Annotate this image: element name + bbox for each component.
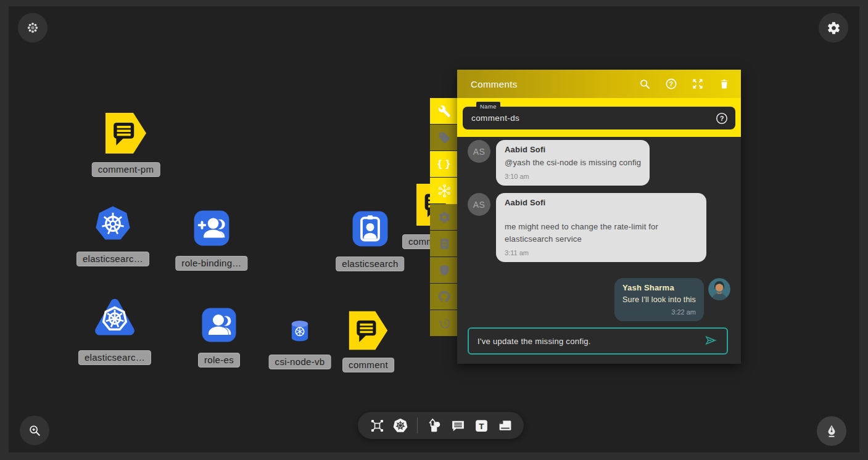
svg-text:T: T <box>479 421 484 430</box>
app-window: comment-pm elasticsearc… <box>0 0 868 460</box>
node-elasticsearch-pod[interactable] <box>93 296 137 343</box>
node-label: elasticsearc… <box>76 252 149 266</box>
gear-icon <box>827 21 841 35</box>
kubernetes-triangle-icon <box>93 296 137 340</box>
message-text: @yash the csi-node is missing config <box>505 157 641 169</box>
avatar: AS <box>468 140 490 163</box>
wrench-icon <box>438 105 451 118</box>
chat-thread: AS Aabid Sofi @yash the csi-node is miss… <box>457 137 741 324</box>
send-icon <box>703 334 719 347</box>
delete-button[interactable] <box>717 77 731 91</box>
node-comment-pm[interactable] <box>104 111 148 158</box>
role-binding-icon <box>192 209 231 247</box>
kubernetes-tool-button[interactable] <box>390 414 411 437</box>
panel-title: Comments <box>471 79 638 89</box>
service-account-icon <box>351 210 389 248</box>
send-button[interactable] <box>702 334 719 348</box>
node-label: role-binding… <box>175 256 247 271</box>
mesh-button[interactable] <box>430 178 458 203</box>
kubernetes-icon <box>392 417 408 433</box>
chat-message: AS Aabid Sofi @yash the csi-node is miss… <box>468 140 732 186</box>
comment-flag-icon <box>347 310 389 351</box>
comments-panel: Comments ? <box>457 70 741 364</box>
node-label: csi-node-vb <box>269 355 331 369</box>
storage-cylinder-icon <box>289 319 311 343</box>
comment-icon <box>450 418 466 433</box>
comment-tool-button[interactable] <box>447 414 468 437</box>
node-elasticsearch-sa[interactable] <box>351 210 389 250</box>
doc-search-button[interactable] <box>430 231 458 257</box>
message-time: 3:22 am <box>622 308 696 316</box>
mesh-icon <box>437 184 452 198</box>
shapes-tool-button[interactable] <box>424 414 445 437</box>
settings-button-global[interactable] <box>819 13 848 43</box>
pen-tool-button[interactable] <box>817 416 846 446</box>
configure-button[interactable] <box>430 98 458 124</box>
svg-text:?: ? <box>720 114 724 121</box>
zoom-in-icon <box>28 424 41 437</box>
chat-message-own: Yash Sharma Sure I'll look into this 3:2… <box>468 278 730 321</box>
message-author: Aabid Sofi <box>505 145 641 154</box>
image-icon <box>497 418 513 433</box>
message-bubble: Yash Sharma Sure I'll look into this 3:2… <box>614 278 704 321</box>
help-icon: ? <box>665 78 677 90</box>
message-author: Aabid Sofi <box>505 198 698 207</box>
avatar: AS <box>468 193 490 216</box>
toolbar-divider <box>417 417 418 433</box>
doc-search-icon <box>438 237 451 250</box>
text-tool-button[interactable]: T <box>471 414 492 437</box>
app-logo-button[interactable] <box>18 13 48 43</box>
diagram-tool-button[interactable] <box>366 414 387 437</box>
search-button[interactable] <box>638 77 651 91</box>
node-role-es[interactable] <box>200 306 238 346</box>
kubernetes-heptagon-icon <box>94 205 132 243</box>
labels-button[interactable] <box>430 125 458 150</box>
image-tool-button[interactable] <box>494 414 515 437</box>
svg-text:?: ? <box>669 81 673 88</box>
settings-button[interactable] <box>430 204 458 230</box>
flower-icon <box>27 22 39 34</box>
name-help-button[interactable]: ? <box>715 112 729 125</box>
security-button[interactable] <box>430 257 458 283</box>
gear-icon <box>438 211 451 224</box>
help-icon: ? <box>715 112 729 125</box>
role-icon <box>200 306 238 343</box>
history-button[interactable] <box>430 310 458 336</box>
panel-header-actions: ? <box>638 77 731 91</box>
name-field-label: Name <box>476 102 500 111</box>
expand-button[interactable] <box>691 77 705 91</box>
node-role-binding[interactable] <box>192 209 231 250</box>
shield-icon <box>438 264 451 277</box>
json-button[interactable]: { } <box>430 151 458 177</box>
node-elasticsearch-k8s[interactable] <box>94 205 132 245</box>
node-csi-node-vb[interactable] <box>289 319 311 345</box>
trash-icon <box>719 78 730 90</box>
message-time: 3:11 am <box>505 249 698 257</box>
history-icon <box>438 317 451 330</box>
node-comment[interactable] <box>347 310 389 354</box>
braces-icon: { } <box>438 158 451 170</box>
comment-input[interactable] <box>477 337 697 346</box>
comments-panel-header[interactable]: Comments ? <box>457 70 741 98</box>
node-label: elasticsearch <box>336 257 404 271</box>
github-button[interactable] <box>430 284 458 310</box>
message-text: me might need to change the rate-limit f… <box>505 221 698 245</box>
node-label: comment-pm <box>92 162 160 177</box>
zoom-button[interactable] <box>20 416 49 445</box>
search-icon <box>639 78 651 90</box>
name-input[interactable] <box>463 113 715 123</box>
yash-avatar <box>708 278 730 300</box>
node-label: elasticsearc… <box>78 350 151 365</box>
name-field-wrap: Name ? <box>463 107 735 129</box>
message-bubble: Aabid Sofi @yash the csi-node is missing… <box>496 140 650 186</box>
text-icon: T <box>474 418 489 433</box>
help-button[interactable]: ? <box>664 77 678 91</box>
node-label: comment <box>342 358 394 372</box>
expand-icon <box>692 78 704 90</box>
diagram-icon <box>370 418 385 433</box>
node-label: role-es <box>198 353 240 368</box>
pen-nib-icon <box>825 424 838 438</box>
comment-composer <box>468 327 728 355</box>
message-bubble: Aabid Sofi me might need to change the r… <box>496 193 706 262</box>
avatar-photo <box>708 278 730 300</box>
